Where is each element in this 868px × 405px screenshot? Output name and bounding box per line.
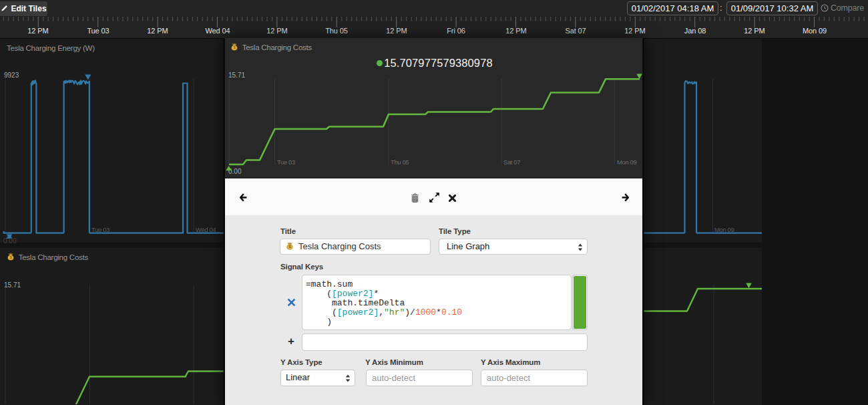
svg-text:$: $: [288, 244, 291, 249]
